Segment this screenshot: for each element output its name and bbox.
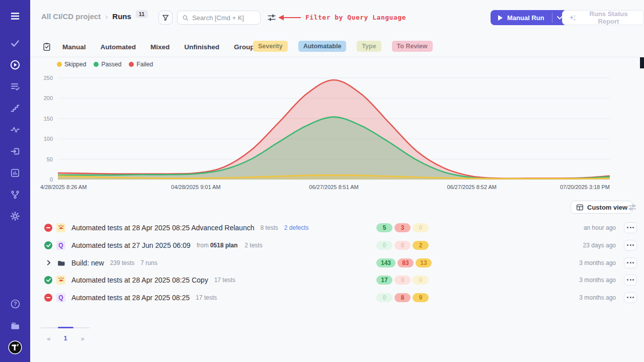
run-tests-count: 8 tests	[260, 224, 278, 231]
run-time: an hour ago	[584, 224, 616, 231]
funnel-icon	[162, 14, 170, 22]
skipped-count-pill: 2	[413, 241, 429, 250]
custom-view-button[interactable]: Custom view	[571, 201, 633, 214]
failed-count-pill: 0	[394, 241, 411, 250]
qase-logo-icon: Q	[56, 241, 65, 250]
svg-text:06/27/2025 8:51 AM: 06/27/2025 8:51 AM	[309, 184, 358, 190]
run-from-label: from	[197, 242, 209, 249]
svg-text:200: 200	[44, 95, 53, 101]
run-tests-count: 17 tests	[196, 294, 217, 301]
status-passed-icon	[44, 276, 52, 284]
manual-run-label: Manual Run	[507, 14, 544, 22]
run-title[interactable]: Automated tests at 28 Apr 2025 08:25 Adv…	[71, 224, 254, 232]
run-row-3-group[interactable]: Build: new 239 tests 7 runs 143 83 13 3 …	[44, 254, 637, 272]
skipped-count-pill: 9	[413, 293, 429, 302]
row-menu-button[interactable]	[624, 292, 637, 303]
view-settings-icon[interactable]	[628, 203, 636, 212]
result-pills: 5 3 0	[376, 223, 429, 232]
tab-unfinished[interactable]: Unfinished	[184, 43, 219, 51]
tab-manual[interactable]: Manual	[62, 43, 86, 51]
branch-icon	[10, 190, 20, 200]
search-box	[177, 11, 261, 25]
result-pills: 0 8 9	[376, 293, 429, 302]
pagination-last-button[interactable]: »	[78, 335, 87, 342]
result-pills: 0 0 2	[376, 241, 429, 250]
run-time: 3 months ago	[579, 277, 616, 284]
expand-chevron-icon[interactable]	[44, 259, 52, 267]
pulse-icon	[10, 125, 20, 135]
row-menu-button[interactable]	[624, 240, 637, 251]
folder-icon	[10, 320, 21, 331]
svg-text:07/20/2025 3:18 PM: 07/20/2025 3:18 PM	[560, 184, 610, 190]
bar-chart-icon	[10, 168, 20, 178]
custom-view-label: Custom view	[587, 204, 627, 211]
play-circle-icon	[10, 59, 21, 70]
run-title[interactable]: Automated tests at 28 Apr 2025 08:25	[71, 294, 190, 302]
sidebar-item-projects[interactable]	[0, 315, 30, 336]
status-passed-icon	[44, 241, 52, 249]
annotation-text: Filter by Query Language	[305, 14, 406, 21]
sidebar-item-settings[interactable]	[0, 205, 30, 227]
sidebar-item-shared-steps[interactable]	[0, 97, 30, 119]
group-title[interactable]: Build: new	[71, 259, 104, 267]
svg-text:0: 0	[50, 176, 53, 183]
group-tests-count: 239 tests	[110, 259, 135, 266]
sidebar-item-traceability[interactable]	[0, 184, 30, 205]
sidebar-item-plans[interactable]	[0, 75, 30, 97]
run-title[interactable]: Automated tests at 27 Jun 2025 06:09	[71, 241, 191, 249]
sidebar-item-imports[interactable]	[0, 140, 30, 162]
breadcrumb-project[interactable]: All CI/CD project	[41, 12, 101, 21]
run-title[interactable]: Automated tests at 28 Apr 2025 08:25 Cop…	[71, 276, 208, 284]
run-row-1[interactable]: Automated tests at 28 Apr 2025 08:25 Adv…	[44, 219, 637, 236]
stairs-icon	[10, 103, 20, 113]
status-failed-icon	[44, 294, 52, 302]
search-icon	[182, 14, 189, 22]
svg-text:04/28/2025 9:01 AM: 04/28/2025 9:01 AM	[171, 184, 220, 190]
manual-run-split-button: Manual Run	[491, 10, 568, 25]
passed-count-pill: 143	[376, 258, 395, 267]
filter-button[interactable]	[158, 11, 173, 25]
run-time: 23 days ago	[583, 242, 616, 249]
breadcrumb: All CI/CD project › Runs 11	[41, 12, 148, 21]
row-menu-button[interactable]	[624, 257, 637, 268]
sidebar-item-tests[interactable]	[0, 32, 30, 54]
sidebar-item-help[interactable]: ?	[0, 293, 30, 315]
sidebar-item-pulse[interactable]	[0, 119, 30, 140]
sidebar-item-logo[interactable]	[0, 336, 30, 358]
help-icon: ?	[10, 299, 21, 309]
row-menu-button[interactable]	[624, 275, 637, 286]
check-icon	[10, 38, 20, 48]
qase-logo-icon: Q	[56, 293, 65, 302]
breadcrumb-separator: ›	[105, 12, 108, 21]
passed-count-pill: 17	[376, 276, 392, 285]
tab-mixed[interactable]: Mixed	[150, 43, 170, 51]
runs-count-badge: 11	[136, 10, 148, 18]
manual-run-button[interactable]: Manual Run	[491, 10, 552, 25]
row-menu-button[interactable]	[624, 222, 637, 233]
testomat-logo	[8, 340, 23, 355]
pagination-first-button[interactable]: «	[44, 335, 53, 342]
pagination-page-1[interactable]: 1	[61, 334, 70, 342]
failed-count-pill: 8	[394, 293, 411, 302]
run-row-4[interactable]: Automated tests at 28 Apr 2025 08:25 Cop…	[44, 271, 637, 289]
run-tests-count: 2 tests	[245, 242, 262, 249]
search-input[interactable]	[192, 14, 256, 22]
runs-status-report-button[interactable]: Runs Status Report	[562, 10, 644, 25]
query-filter-icon[interactable]	[267, 13, 276, 22]
sparkles-icon	[569, 14, 576, 22]
group-runs-count: 7 runs	[140, 259, 157, 266]
tab-automated[interactable]: Automated	[101, 43, 136, 51]
svg-text:50: 50	[47, 156, 53, 162]
run-plan-name[interactable]: 0518 plan	[210, 242, 238, 249]
sidebar-item-analytics[interactable]	[0, 162, 30, 184]
sidebar-item-runs[interactable]	[0, 54, 30, 75]
sidebar-item-menu[interactable]	[0, 0, 30, 32]
runs-area-chart: 0501001502002504/28/2025 8:26 AM04/28/20…	[0, 50, 644, 196]
run-row-5[interactable]: Q Automated tests at 28 Apr 2025 08:25 1…	[44, 289, 637, 306]
run-row-2[interactable]: Q Automated tests at 27 Jun 2025 06:09 f…	[44, 236, 637, 254]
pagination-active-indicator	[58, 327, 73, 328]
run-defects-link[interactable]: 2 defects	[284, 224, 309, 231]
svg-text:4/28/2025 8:26 AM: 4/28/2025 8:26 AM	[40, 184, 87, 190]
failed-count-pill: 83	[397, 258, 414, 267]
failed-count-pill: 0	[394, 276, 411, 285]
